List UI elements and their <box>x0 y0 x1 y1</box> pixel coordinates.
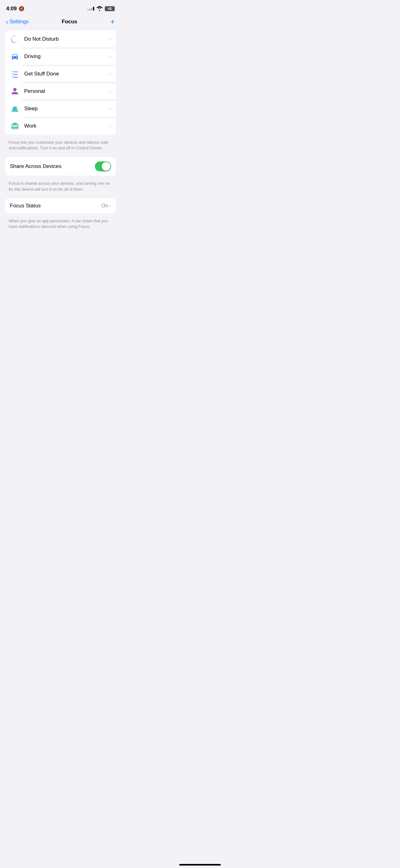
chevron-right-icon: › <box>109 124 111 128</box>
status-right-group: 45 <box>88 5 115 12</box>
status-time-group: 4:09 🔕 <box>6 6 25 12</box>
battery-icon: 45 <box>105 6 115 11</box>
list-item-do-not-disturb[interactable]: Do Not Disturb › <box>5 30 116 48</box>
list-item-personal[interactable]: Personal › <box>5 83 116 100</box>
svg-point-0 <box>99 10 100 11</box>
add-button[interactable]: + <box>110 18 115 26</box>
share-across-devices-row[interactable]: Share Across Devices <box>5 157 116 176</box>
chevron-right-icon: › <box>109 71 111 76</box>
wifi-icon <box>96 5 103 12</box>
focus-status-value-group: On › <box>101 203 111 209</box>
share-across-devices-toggle[interactable] <box>95 161 111 172</box>
chevron-right-icon: › <box>109 37 111 41</box>
do-not-disturb-icon <box>10 34 20 44</box>
personal-label: Personal <box>24 88 109 94</box>
get-stuff-done-label: Get Stuff Done <box>24 71 109 77</box>
chevron-right-icon: › <box>109 54 111 59</box>
focus-status-row[interactable]: Focus Status On › <box>5 198 116 213</box>
page-title: Focus <box>62 19 77 25</box>
do-not-disturb-label: Do Not Disturb <box>24 36 109 42</box>
list-item-work[interactable]: Work › <box>5 117 116 135</box>
chevron-right-icon: › <box>109 89 111 94</box>
focus-items-card: Do Not Disturb › Driving › Get Stuff Don… <box>5 30 116 135</box>
work-label: Work <box>24 123 109 129</box>
share-across-devices-card: Share Across Devices <box>5 157 116 176</box>
battery-level: 45 <box>108 7 112 10</box>
focus-status-value: On <box>101 203 108 209</box>
focus-status-helper-text: When you give an app permission, it can … <box>0 216 121 236</box>
silence-icon: 🔕 <box>19 6 25 11</box>
toggle-thumb <box>102 162 110 171</box>
list-item-driving[interactable]: Driving › <box>5 48 116 65</box>
chevron-left-icon: ‹ <box>6 18 8 26</box>
svg-rect-1 <box>11 111 18 112</box>
share-across-devices-helper-text: Focus is shared across your devices, and… <box>0 178 121 198</box>
sleep-label: Sleep <box>24 105 109 112</box>
list-item-get-stuff-done[interactable]: Get Stuff Done › <box>5 65 116 83</box>
driving-label: Driving <box>24 53 109 60</box>
signal-icon <box>88 7 94 10</box>
list-item-sleep[interactable]: Sleep › <box>5 100 116 117</box>
focus-status-card: Focus Status On › <box>5 198 116 213</box>
chevron-right-icon: › <box>109 203 111 208</box>
driving-icon <box>10 52 20 61</box>
nav-bar: ‹ Settings Focus + <box>0 16 121 30</box>
personal-icon <box>10 86 20 96</box>
sleep-icon <box>10 104 20 114</box>
share-across-devices-label: Share Across Devices <box>10 163 61 169</box>
chevron-right-icon: › <box>109 106 111 111</box>
time-display: 4:09 <box>6 6 17 12</box>
focus-status-label: Focus Status <box>10 203 41 209</box>
svg-rect-2 <box>13 107 17 108</box>
focus-helper-text: Focus lets you customize your devices an… <box>0 137 121 157</box>
get-stuff-done-icon <box>10 69 20 79</box>
work-icon <box>10 121 20 131</box>
back-button[interactable]: ‹ Settings <box>6 18 29 26</box>
status-bar: 4:09 🔕 45 <box>0 0 121 16</box>
back-label: Settings <box>10 19 29 25</box>
